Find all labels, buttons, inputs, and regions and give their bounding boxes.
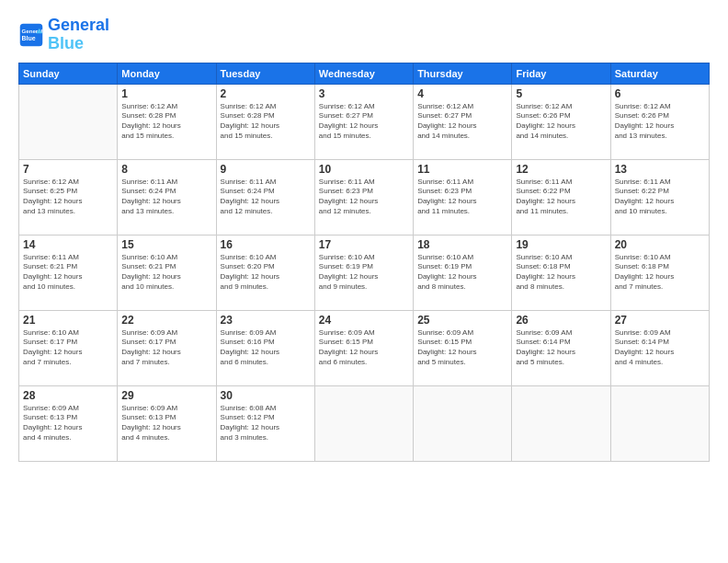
day-info: Sunrise: 6:11 AM Sunset: 6:24 PM Dayligh… (221, 178, 311, 217)
weekday-header-monday: Monday (118, 63, 216, 84)
calendar-cell: 5Sunrise: 6:12 AM Sunset: 6:26 PM Daylig… (512, 84, 610, 159)
day-number: 30 (221, 389, 311, 402)
day-info: Sunrise: 6:10 AM Sunset: 6:19 PM Dayligh… (319, 253, 409, 293)
day-number: 13 (615, 163, 705, 176)
calendar-cell (610, 385, 709, 461)
day-number: 18 (417, 238, 507, 251)
day-info: Sunrise: 6:09 AM Sunset: 6:13 PM Dayligh… (121, 404, 211, 443)
day-info: Sunrise: 6:09 AM Sunset: 6:13 PM Dayligh… (23, 404, 113, 443)
day-number: 16 (221, 238, 311, 251)
calendar-cell (414, 385, 512, 461)
calendar-cell: 8Sunrise: 6:11 AM Sunset: 6:24 PM Daylig… (118, 159, 216, 235)
day-number: 15 (121, 238, 211, 251)
calendar-cell: 13Sunrise: 6:11 AM Sunset: 6:22 PM Dayli… (610, 159, 709, 235)
calendar-cell: 17Sunrise: 6:10 AM Sunset: 6:19 PM Dayli… (314, 235, 413, 310)
calendar-cell: 3Sunrise: 6:12 AM Sunset: 6:27 PM Daylig… (314, 84, 413, 159)
calendar-cell: 4Sunrise: 6:12 AM Sunset: 6:27 PM Daylig… (414, 84, 512, 159)
calendar-cell: 26Sunrise: 6:09 AM Sunset: 6:14 PM Dayli… (512, 310, 610, 385)
calendar-cell: 21Sunrise: 6:10 AM Sunset: 6:17 PM Dayli… (19, 310, 118, 385)
calendar-cell: 22Sunrise: 6:09 AM Sunset: 6:17 PM Dayli… (118, 310, 216, 385)
day-info: Sunrise: 6:12 AM Sunset: 6:27 PM Dayligh… (417, 102, 507, 142)
day-info: Sunrise: 6:09 AM Sunset: 6:17 PM Dayligh… (121, 328, 211, 368)
calendar-cell: 28Sunrise: 6:09 AM Sunset: 6:13 PM Dayli… (19, 385, 118, 461)
day-number: 17 (319, 238, 409, 251)
day-number: 22 (121, 314, 211, 327)
logo-text: GeneralBlue (48, 17, 109, 53)
day-number: 12 (516, 163, 606, 176)
day-number: 21 (23, 314, 113, 327)
calendar: SundayMondayTuesdayWednesdayThursdayFrid… (18, 63, 710, 462)
day-info: Sunrise: 6:10 AM Sunset: 6:19 PM Dayligh… (417, 253, 507, 293)
weekday-header-tuesday: Tuesday (216, 63, 314, 84)
weekday-header-saturday: Saturday (610, 63, 709, 84)
day-info: Sunrise: 6:10 AM Sunset: 6:18 PM Dayligh… (615, 253, 705, 293)
day-number: 1 (121, 87, 211, 100)
day-info: Sunrise: 6:08 AM Sunset: 6:12 PM Dayligh… (221, 404, 311, 443)
day-info: Sunrise: 6:11 AM Sunset: 6:23 PM Dayligh… (319, 178, 409, 217)
day-info: Sunrise: 6:09 AM Sunset: 6:14 PM Dayligh… (615, 328, 705, 368)
calendar-cell: 29Sunrise: 6:09 AM Sunset: 6:13 PM Dayli… (118, 385, 216, 461)
day-number: 29 (121, 389, 211, 402)
day-info: Sunrise: 6:12 AM Sunset: 6:25 PM Dayligh… (23, 178, 113, 217)
calendar-cell: 10Sunrise: 6:11 AM Sunset: 6:23 PM Dayli… (314, 159, 413, 235)
day-number: 14 (23, 238, 113, 251)
day-info: Sunrise: 6:11 AM Sunset: 6:22 PM Dayligh… (516, 178, 606, 217)
day-info: Sunrise: 6:12 AM Sunset: 6:28 PM Dayligh… (221, 102, 311, 142)
svg-text:Blue: Blue (22, 35, 36, 41)
calendar-cell: 12Sunrise: 6:11 AM Sunset: 6:22 PM Dayli… (512, 159, 610, 235)
day-number: 26 (516, 314, 606, 327)
calendar-cell (314, 385, 413, 461)
day-info: Sunrise: 6:09 AM Sunset: 6:14 PM Dayligh… (516, 328, 606, 368)
calendar-cell (512, 385, 610, 461)
day-info: Sunrise: 6:12 AM Sunset: 6:27 PM Dayligh… (319, 102, 409, 142)
weekday-header-wednesday: Wednesday (314, 63, 413, 84)
day-info: Sunrise: 6:10 AM Sunset: 6:18 PM Dayligh… (516, 253, 606, 293)
day-info: Sunrise: 6:11 AM Sunset: 6:22 PM Dayligh… (615, 178, 705, 217)
day-info: Sunrise: 6:11 AM Sunset: 6:21 PM Dayligh… (23, 253, 113, 293)
day-number: 11 (417, 163, 507, 176)
calendar-cell: 15Sunrise: 6:10 AM Sunset: 6:21 PM Dayli… (118, 235, 216, 310)
calendar-cell: 24Sunrise: 6:09 AM Sunset: 6:15 PM Dayli… (314, 310, 413, 385)
day-number: 8 (121, 163, 211, 176)
calendar-cell: 30Sunrise: 6:08 AM Sunset: 6:12 PM Dayli… (216, 385, 314, 461)
calendar-cell: 11Sunrise: 6:11 AM Sunset: 6:23 PM Dayli… (414, 159, 512, 235)
header: General Blue GeneralBlue (18, 17, 710, 53)
day-info: Sunrise: 6:11 AM Sunset: 6:24 PM Dayligh… (121, 178, 211, 217)
day-number: 9 (221, 163, 311, 176)
day-info: Sunrise: 6:12 AM Sunset: 6:28 PM Dayligh… (121, 102, 211, 142)
day-number: 7 (23, 163, 113, 176)
day-number: 6 (615, 87, 705, 100)
calendar-cell: 7Sunrise: 6:12 AM Sunset: 6:25 PM Daylig… (19, 159, 118, 235)
day-number: 4 (417, 87, 507, 100)
day-info: Sunrise: 6:12 AM Sunset: 6:26 PM Dayligh… (516, 102, 606, 142)
day-number: 28 (23, 389, 113, 402)
day-number: 25 (417, 314, 507, 327)
logo: General Blue GeneralBlue (18, 17, 109, 53)
day-info: Sunrise: 6:10 AM Sunset: 6:21 PM Dayligh… (121, 253, 211, 293)
weekday-header-thursday: Thursday (414, 63, 512, 84)
day-info: Sunrise: 6:10 AM Sunset: 6:20 PM Dayligh… (221, 253, 311, 293)
day-number: 5 (516, 87, 606, 100)
calendar-cell: 27Sunrise: 6:09 AM Sunset: 6:14 PM Dayli… (610, 310, 709, 385)
day-info: Sunrise: 6:12 AM Sunset: 6:26 PM Dayligh… (615, 102, 705, 142)
day-info: Sunrise: 6:09 AM Sunset: 6:15 PM Dayligh… (417, 328, 507, 368)
day-info: Sunrise: 6:09 AM Sunset: 6:15 PM Dayligh… (319, 328, 409, 368)
day-number: 19 (516, 238, 606, 251)
calendar-cell: 14Sunrise: 6:11 AM Sunset: 6:21 PM Dayli… (19, 235, 118, 310)
calendar-cell: 25Sunrise: 6:09 AM Sunset: 6:15 PM Dayli… (414, 310, 512, 385)
calendar-cell: 19Sunrise: 6:10 AM Sunset: 6:18 PM Dayli… (512, 235, 610, 310)
day-number: 20 (615, 238, 705, 251)
day-number: 3 (319, 87, 409, 100)
calendar-cell: 23Sunrise: 6:09 AM Sunset: 6:16 PM Dayli… (216, 310, 314, 385)
calendar-cell: 6Sunrise: 6:12 AM Sunset: 6:26 PM Daylig… (610, 84, 709, 159)
day-info: Sunrise: 6:10 AM Sunset: 6:17 PM Dayligh… (23, 328, 113, 368)
day-info: Sunrise: 6:09 AM Sunset: 6:16 PM Dayligh… (221, 328, 311, 368)
logo-icon: General Blue (18, 22, 44, 48)
calendar-cell: 1Sunrise: 6:12 AM Sunset: 6:28 PM Daylig… (118, 84, 216, 159)
day-info: Sunrise: 6:11 AM Sunset: 6:23 PM Dayligh… (417, 178, 507, 217)
calendar-cell: 16Sunrise: 6:10 AM Sunset: 6:20 PM Dayli… (216, 235, 314, 310)
calendar-cell: 18Sunrise: 6:10 AM Sunset: 6:19 PM Dayli… (414, 235, 512, 310)
day-number: 24 (319, 314, 409, 327)
day-number: 2 (221, 87, 311, 100)
calendar-cell (19, 84, 118, 159)
